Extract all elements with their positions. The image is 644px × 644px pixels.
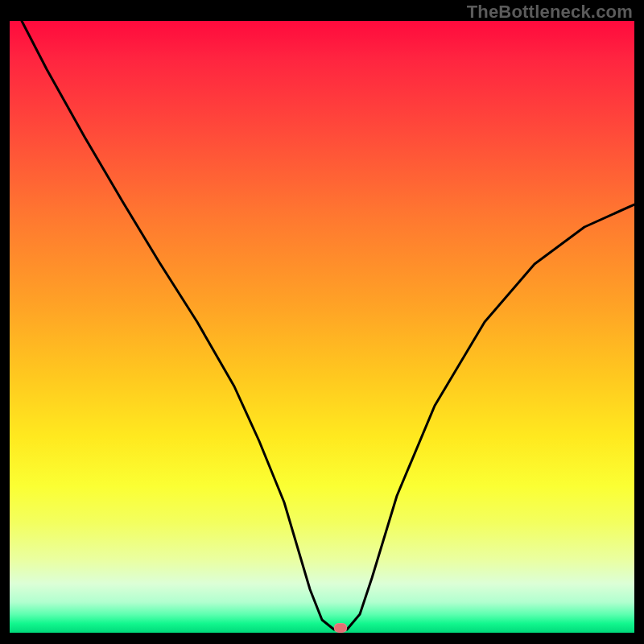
bottleneck-curve <box>10 21 634 633</box>
plot-area <box>10 21 634 633</box>
curve-path <box>22 21 634 630</box>
chart-frame: TheBottleneck.com <box>0 0 644 644</box>
watermark-text: TheBottleneck.com <box>467 2 633 23</box>
bottleneck-marker <box>334 623 347 633</box>
